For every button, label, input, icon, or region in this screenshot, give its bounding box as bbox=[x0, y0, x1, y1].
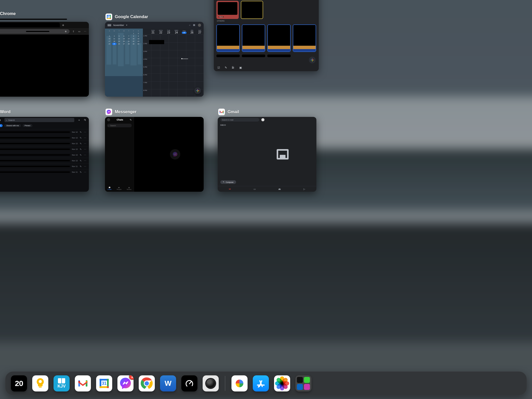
app-title: Google Calendar bbox=[115, 15, 148, 19]
hour-grid[interactable]: 1 PM2 PM3 PM4 PM5 PM6 PM7 PM8 PM9 PM bbox=[143, 35, 204, 97]
note-card[interactable] bbox=[216, 24, 240, 52]
compose-icon[interactable]: ✎ bbox=[130, 118, 132, 121]
search-placeholder: Search bbox=[8, 119, 15, 121]
note-card[interactable] bbox=[242, 24, 265, 52]
compose-label: Compose bbox=[226, 181, 234, 183]
more-icon[interactable]: ⋯ bbox=[83, 30, 87, 33]
share-icon[interactable]: ⇧ bbox=[72, 30, 75, 33]
plus-icon bbox=[311, 58, 314, 62]
empty-state bbox=[147, 117, 204, 192]
gmail-search[interactable]: Search in mail bbox=[220, 118, 259, 122]
avatar[interactable] bbox=[107, 118, 110, 121]
mini-calendar[interactable]: SMTWTFS 12345678910111213141516171819202… bbox=[105, 29, 143, 97]
document-row[interactable]: Nov 13✎⋯ bbox=[0, 135, 89, 141]
chrome-preview[interactable]: ＋ ✕ ⇧ ▭ ⋯ bbox=[0, 22, 89, 97]
word-search[interactable]: ⌕ Search bbox=[4, 118, 74, 122]
spaces-tab-icon[interactable]: 👥︎ bbox=[278, 188, 281, 190]
document-row[interactable]: Nov 13✎⋯ bbox=[0, 158, 89, 163]
gmail-icon bbox=[218, 109, 225, 115]
checkbox-icon[interactable]: ☑ bbox=[217, 66, 220, 69]
switcher-card-chrome[interactable]: Chrome ＋ ✕ ⇧ ▭ ⋯ bbox=[0, 10, 89, 97]
messenger-tab[interactable]: ▦Stories bbox=[127, 187, 131, 190]
chat-tab-icon[interactable]: ▭ bbox=[254, 188, 256, 190]
messenger-search[interactable]: ⌕ Search bbox=[107, 124, 132, 127]
hamburger-icon[interactable] bbox=[108, 24, 111, 26]
tabs-icon[interactable]: ▭ bbox=[77, 30, 81, 33]
inbox-label[interactable]: INBOX bbox=[220, 124, 246, 126]
empty-state bbox=[249, 123, 316, 186]
new-doc-icon[interactable]: ＋ bbox=[78, 118, 80, 122]
search-icon[interactable]: ⌕ bbox=[189, 24, 190, 27]
note-card[interactable] bbox=[267, 55, 291, 57]
switcher-card-gmail[interactable]: Gmail Search in mail INBOX ✎ Compose ✉ ▭ bbox=[218, 109, 316, 192]
others-label: OTHERS bbox=[214, 19, 319, 23]
month-label[interactable]: November bbox=[113, 24, 124, 26]
messenger-tab[interactable]: 👥︎People bbox=[117, 187, 122, 190]
word-filter-chip[interactable]: Shared with me bbox=[4, 124, 21, 127]
document-row[interactable]: Nov 13✎⋯ bbox=[0, 146, 89, 152]
note-card[interactable]: Work bbox=[216, 1, 239, 19]
note-label: Work bbox=[218, 16, 224, 18]
add-event-fab[interactable] bbox=[194, 87, 201, 94]
folder-icon[interactable]: 📁︎ bbox=[84, 119, 86, 121]
mail-tab-icon[interactable]: ✉ bbox=[229, 188, 231, 190]
brush-icon[interactable]: ✎ bbox=[225, 66, 227, 69]
gcal-preview[interactable]: November▾ ⌕ ▦ SMTWTFS 123456789101112131… bbox=[105, 22, 204, 97]
word-filter-chip[interactable]: Pinned bbox=[23, 124, 32, 127]
note-card[interactable] bbox=[242, 55, 265, 57]
meet-tab-icon[interactable]: ▷ bbox=[303, 188, 305, 190]
switcher-card-word[interactable]: W Word Home ⌕ Search ＋ 📁︎ RecentShared w… bbox=[0, 109, 89, 192]
page-content bbox=[0, 35, 89, 97]
avatar[interactable] bbox=[261, 118, 264, 121]
gmail-preview[interactable]: Search in mail INBOX ✎ Compose ✉ ▭ 👥︎ ▷ bbox=[218, 117, 316, 192]
search-placeholder: Search bbox=[110, 125, 116, 127]
week-header: SUN21MON22TUE23WED24THU25FRI26SAT27 bbox=[143, 29, 204, 35]
compose-button[interactable]: ✎ Compose bbox=[220, 180, 236, 184]
messenger-tab[interactable]: 💬Chats bbox=[108, 187, 112, 190]
note-card[interactable] bbox=[241, 1, 263, 19]
chats-header: Chats bbox=[117, 118, 123, 121]
avatar[interactable] bbox=[198, 24, 201, 27]
inbox-icon bbox=[277, 149, 289, 159]
app-title: Chrome bbox=[0, 11, 16, 16]
image-icon[interactable]: ▣ bbox=[239, 66, 242, 69]
document-row[interactable]: Nov 14✎⋯ bbox=[0, 129, 89, 135]
app-title: Messenger bbox=[115, 110, 137, 114]
note-card[interactable] bbox=[216, 55, 240, 57]
app-title: Word bbox=[0, 110, 11, 114]
redacted-subtitle bbox=[0, 19, 67, 20]
document-row[interactable]: Nov 11✎⋯ bbox=[0, 163, 89, 169]
mic-icon[interactable]: 🎤︎ bbox=[232, 66, 235, 69]
note-card[interactable] bbox=[293, 24, 316, 52]
now-indicator bbox=[181, 58, 182, 59]
document-row[interactable]: Nov 13✎⋯ bbox=[0, 152, 89, 158]
today-icon[interactable]: ▦ bbox=[193, 24, 195, 27]
word-filter-chip[interactable]: Recent bbox=[0, 124, 3, 127]
address-bar[interactable] bbox=[0, 29, 70, 34]
plus-icon bbox=[196, 89, 199, 92]
browser-tab[interactable] bbox=[0, 23, 60, 27]
word-preview[interactable]: Home ⌕ Search ＋ 📁︎ RecentShared with meP… bbox=[0, 117, 89, 192]
switcher-card-keep[interactable]: Search your notes ⊞ PINNED Work OTHERS ☑… bbox=[214, 0, 319, 71]
gcal-icon bbox=[105, 14, 112, 20]
switcher-card-gcal[interactable]: Google Calendar November▾ ⌕ ▦ SMTWTFS 12… bbox=[105, 14, 204, 97]
switcher-card-messenger[interactable]: Messenger Chats ✎ ⌕ Search 💬Chats👥︎Peopl… bbox=[105, 109, 204, 192]
app-switcher-grid: Chrome ＋ ✕ ⇧ ▭ ⋯ Google Calendar bbox=[0, 0, 332, 249]
messenger-icon bbox=[105, 109, 112, 115]
new-tab-icon[interactable]: ＋ bbox=[61, 23, 65, 27]
word-home-label[interactable]: Home bbox=[0, 118, 1, 122]
document-row[interactable]: Nov 11✎⋯ bbox=[0, 169, 89, 175]
messenger-preview[interactable]: Chats ✎ ⌕ Search 💬Chats👥︎People▦Stories bbox=[105, 117, 204, 192]
app-title: Gmail bbox=[228, 110, 239, 114]
calendar-event[interactable] bbox=[149, 40, 164, 44]
document-row[interactable]: Nov 13✎⋯ bbox=[0, 141, 89, 146]
note-card[interactable] bbox=[267, 24, 291, 52]
add-note-fab[interactable] bbox=[309, 57, 316, 63]
